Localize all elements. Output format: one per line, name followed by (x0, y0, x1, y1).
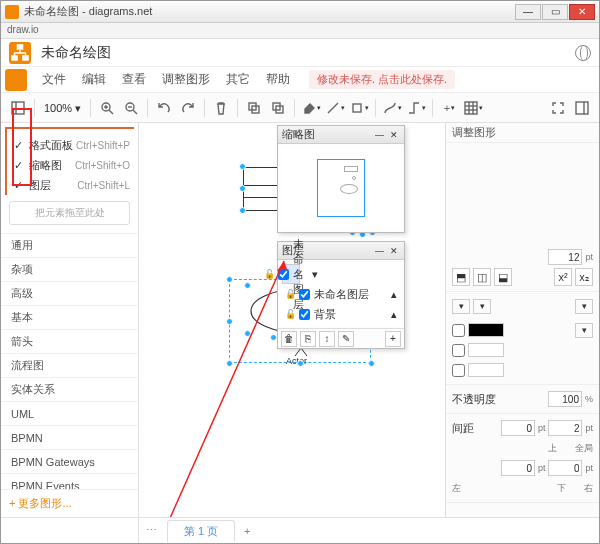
layers-panel[interactable]: 图层—✕ 🔓未命名图层▾ 🔓未命名图层▴ 🔓背景▴ 🗑 ⎘ ↕ ✎ + (277, 241, 405, 349)
font-color-reset[interactable]: ▾ (575, 323, 593, 338)
add-page-button[interactable]: + (235, 525, 259, 537)
dir-select[interactable]: ▾ (575, 299, 593, 314)
maximize-button[interactable]: ▭ (542, 4, 568, 20)
cat-uml[interactable]: UML (1, 401, 138, 425)
sp-bottom-input[interactable] (548, 460, 582, 476)
lock-icon[interactable]: 🔓 (285, 289, 295, 299)
svg-rect-16 (353, 104, 361, 112)
align-mid-button[interactable]: ◫ (473, 268, 491, 286)
view-format-panel[interactable]: ✓格式面板Ctrl+Shift+P (11, 135, 130, 155)
outline-close-button[interactable]: ✕ (387, 128, 400, 141)
undo-button[interactable] (153, 97, 175, 119)
chevron-up-icon[interactable]: ▴ (391, 308, 397, 321)
cat-arrows[interactable]: 箭头 (1, 329, 138, 353)
outline-view[interactable] (281, 147, 401, 229)
layer-visible-checkbox[interactable] (299, 309, 310, 320)
align-bot-button[interactable]: ⬓ (494, 268, 512, 286)
layer-delete-button[interactable]: 🗑 (281, 331, 297, 347)
cat-misc[interactable]: 杂项 (1, 257, 138, 281)
menu-help[interactable]: 帮助 (259, 68, 297, 91)
cat-bpmn[interactable]: BPMN (1, 425, 138, 449)
delete-button[interactable] (210, 97, 232, 119)
view-layers[interactable]: ✓图层Ctrl+Shift+L (11, 175, 130, 195)
cat-er[interactable]: 实体关系 (1, 377, 138, 401)
outline-panel[interactable]: 缩略图—✕ (277, 125, 405, 233)
page-menu-button[interactable]: ⋯ (139, 524, 163, 537)
v-pos-select[interactable]: ▾ (473, 299, 491, 314)
chevron-down-icon[interactable]: ▾ (312, 268, 318, 281)
layers-min-button[interactable]: — (373, 244, 386, 257)
align-top-button[interactable]: ⬒ (452, 268, 470, 286)
layers-close-button[interactable]: ✕ (387, 244, 400, 257)
share-globe-icon[interactable] (575, 45, 591, 61)
cat-flowchart[interactable]: 流程图 (1, 353, 138, 377)
line-color-button[interactable]: ▾ (324, 97, 346, 119)
cat-advanced[interactable]: 高级 (1, 281, 138, 305)
cat-general[interactable]: 通用 (1, 233, 138, 257)
svg-line-6 (109, 110, 113, 114)
border-color-swatch[interactable] (468, 363, 504, 377)
cat-bpmn-gw[interactable]: BPMN Gateways (1, 449, 138, 473)
minimize-button[interactable]: — (515, 4, 541, 20)
menu-view[interactable]: 查看 (115, 68, 153, 91)
more-shapes-link[interactable]: + 更多图形... (1, 489, 138, 517)
sp-left-input[interactable] (501, 460, 535, 476)
document-title[interactable]: 未命名绘图 (41, 44, 111, 62)
app-icon (5, 5, 19, 19)
layer-add-button[interactable]: + (385, 331, 401, 347)
shadow-button[interactable]: ▾ (348, 97, 370, 119)
layer-visible-checkbox[interactable] (299, 289, 310, 300)
layer-move-button[interactable]: ↕ (319, 331, 335, 347)
cat-basic[interactable]: 基本 (1, 305, 138, 329)
border-checkbox[interactable] (452, 364, 465, 377)
sidebar-toggle-button[interactable] (7, 97, 29, 119)
subscript-button[interactable]: x₂ (575, 268, 593, 286)
to-front-button[interactable] (243, 97, 265, 119)
layer-copy-button[interactable]: ⎘ (300, 331, 316, 347)
opacity-input[interactable] (548, 391, 582, 407)
address-bar: draw.io (1, 23, 599, 39)
format-tab[interactable]: 调整图形 (446, 123, 599, 143)
layer-visible-checkbox[interactable] (278, 269, 289, 280)
bg-color-swatch[interactable] (468, 343, 504, 357)
svg-rect-3 (12, 102, 24, 114)
waypoints-button[interactable]: ▾ (405, 97, 427, 119)
superscript-button[interactable]: x² (554, 268, 572, 286)
h-pos-select[interactable]: ▾ (452, 299, 470, 314)
chevron-up-icon[interactable]: ▴ (391, 288, 397, 301)
redo-button[interactable] (177, 97, 199, 119)
svg-rect-22 (576, 102, 588, 114)
close-button[interactable]: ✕ (569, 4, 595, 20)
zoom-in-button[interactable] (96, 97, 118, 119)
outline-min-button[interactable]: — (373, 128, 386, 141)
view-outline[interactable]: ✓缩略图Ctrl+Shift+O (11, 155, 130, 175)
lock-icon[interactable]: 🔓 (264, 269, 274, 279)
insert-button[interactable]: +▾ (438, 97, 460, 119)
zoom-out-button[interactable] (120, 97, 142, 119)
connection-button[interactable]: ▾ (381, 97, 403, 119)
lock-icon[interactable]: 🔓 (285, 309, 295, 319)
menu-file[interactable]: 文件 (35, 68, 73, 91)
page-tab[interactable]: 第 1 页 (167, 520, 235, 542)
shape-drop-hint[interactable]: 把元素拖至此处 (9, 201, 130, 225)
table-button[interactable]: ▾ (462, 97, 484, 119)
sp-global-input[interactable] (548, 420, 582, 436)
menu-arrange[interactable]: 调整图形 (155, 68, 217, 91)
unsaved-warning[interactable]: 修改未保存. 点击此处保存. (309, 70, 455, 89)
bg-checkbox[interactable] (452, 344, 465, 357)
font-size-input[interactable] (548, 249, 582, 265)
format-panel-toggle[interactable] (571, 97, 593, 119)
font-checkbox[interactable] (452, 324, 465, 337)
cat-bpmn-ev[interactable]: BPMN Events (1, 473, 138, 489)
to-back-button[interactable] (267, 97, 289, 119)
menu-edit[interactable]: 编辑 (75, 68, 113, 91)
zoom-dropdown[interactable]: 100% ▾ (40, 101, 85, 115)
svg-rect-17 (465, 102, 477, 114)
sp-top-input[interactable] (501, 420, 535, 436)
fill-color-button[interactable]: ▾ (300, 97, 322, 119)
menu-extras[interactable]: 其它 (219, 68, 257, 91)
font-color-swatch[interactable] (468, 323, 504, 337)
layer-edit-button[interactable]: ✎ (338, 331, 354, 347)
fullscreen-button[interactable] (547, 97, 569, 119)
layer-row[interactable]: 🔓未命名图层▾ (282, 264, 300, 284)
